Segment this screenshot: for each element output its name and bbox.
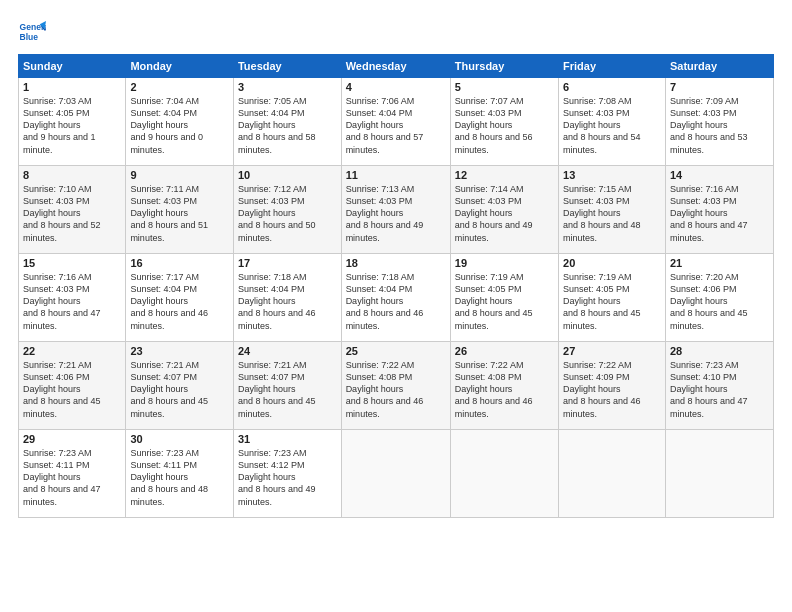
calendar-cell: 12 Sunrise: 7:14 AM Sunset: 4:03 PM Dayl…: [450, 166, 558, 254]
calendar-cell: 11 Sunrise: 7:13 AM Sunset: 4:03 PM Dayl…: [341, 166, 450, 254]
calendar-cell: 22 Sunrise: 7:21 AM Sunset: 4:06 PM Dayl…: [19, 342, 126, 430]
calendar-cell: 26 Sunrise: 7:22 AM Sunset: 4:08 PM Dayl…: [450, 342, 558, 430]
day-number: 12: [455, 169, 554, 181]
col-header-friday: Friday: [559, 55, 666, 78]
day-info: Sunrise: 7:23 AM Sunset: 4:10 PM Dayligh…: [670, 359, 769, 420]
day-info: Sunrise: 7:16 AM Sunset: 4:03 PM Dayligh…: [670, 183, 769, 244]
day-number: 11: [346, 169, 446, 181]
calendar-cell: 14 Sunrise: 7:16 AM Sunset: 4:03 PM Dayl…: [665, 166, 773, 254]
day-number: 3: [238, 81, 337, 93]
day-number: 17: [238, 257, 337, 269]
day-number: 10: [238, 169, 337, 181]
calendar-cell: 30 Sunrise: 7:23 AM Sunset: 4:11 PM Dayl…: [126, 430, 234, 518]
calendar-cell: 31 Sunrise: 7:23 AM Sunset: 4:12 PM Dayl…: [233, 430, 341, 518]
col-header-sunday: Sunday: [19, 55, 126, 78]
day-number: 4: [346, 81, 446, 93]
day-info: Sunrise: 7:22 AM Sunset: 4:08 PM Dayligh…: [455, 359, 554, 420]
day-info: Sunrise: 7:07 AM Sunset: 4:03 PM Dayligh…: [455, 95, 554, 156]
day-info: Sunrise: 7:04 AM Sunset: 4:04 PM Dayligh…: [130, 95, 229, 156]
day-number: 9: [130, 169, 229, 181]
day-info: Sunrise: 7:03 AM Sunset: 4:05 PM Dayligh…: [23, 95, 121, 156]
calendar-cell: 5 Sunrise: 7:07 AM Sunset: 4:03 PM Dayli…: [450, 78, 558, 166]
day-info: Sunrise: 7:21 AM Sunset: 4:06 PM Dayligh…: [23, 359, 121, 420]
calendar-table: SundayMondayTuesdayWednesdayThursdayFrid…: [18, 54, 774, 518]
day-number: 7: [670, 81, 769, 93]
calendar-cell: 8 Sunrise: 7:10 AM Sunset: 4:03 PM Dayli…: [19, 166, 126, 254]
day-number: 6: [563, 81, 661, 93]
calendar-cell: 27 Sunrise: 7:22 AM Sunset: 4:09 PM Dayl…: [559, 342, 666, 430]
calendar-cell: 20 Sunrise: 7:19 AM Sunset: 4:05 PM Dayl…: [559, 254, 666, 342]
day-info: Sunrise: 7:20 AM Sunset: 4:06 PM Dayligh…: [670, 271, 769, 332]
day-number: 30: [130, 433, 229, 445]
calendar-cell: 3 Sunrise: 7:05 AM Sunset: 4:04 PM Dayli…: [233, 78, 341, 166]
calendar-cell: 2 Sunrise: 7:04 AM Sunset: 4:04 PM Dayli…: [126, 78, 234, 166]
calendar-week-3: 15 Sunrise: 7:16 AM Sunset: 4:03 PM Dayl…: [19, 254, 774, 342]
calendar-cell: 6 Sunrise: 7:08 AM Sunset: 4:03 PM Dayli…: [559, 78, 666, 166]
day-info: Sunrise: 7:14 AM Sunset: 4:03 PM Dayligh…: [455, 183, 554, 244]
day-info: Sunrise: 7:09 AM Sunset: 4:03 PM Dayligh…: [670, 95, 769, 156]
calendar-cell: 23 Sunrise: 7:21 AM Sunset: 4:07 PM Dayl…: [126, 342, 234, 430]
day-info: Sunrise: 7:23 AM Sunset: 4:11 PM Dayligh…: [130, 447, 229, 508]
day-number: 16: [130, 257, 229, 269]
calendar-cell: 19 Sunrise: 7:19 AM Sunset: 4:05 PM Dayl…: [450, 254, 558, 342]
day-number: 20: [563, 257, 661, 269]
day-number: 24: [238, 345, 337, 357]
calendar-week-1: 1 Sunrise: 7:03 AM Sunset: 4:05 PM Dayli…: [19, 78, 774, 166]
calendar-cell: [665, 430, 773, 518]
day-number: 28: [670, 345, 769, 357]
day-info: Sunrise: 7:19 AM Sunset: 4:05 PM Dayligh…: [455, 271, 554, 332]
calendar-cell: 25 Sunrise: 7:22 AM Sunset: 4:08 PM Dayl…: [341, 342, 450, 430]
calendar-cell: 17 Sunrise: 7:18 AM Sunset: 4:04 PM Dayl…: [233, 254, 341, 342]
col-header-thursday: Thursday: [450, 55, 558, 78]
calendar-week-4: 22 Sunrise: 7:21 AM Sunset: 4:06 PM Dayl…: [19, 342, 774, 430]
calendar-cell: 16 Sunrise: 7:17 AM Sunset: 4:04 PM Dayl…: [126, 254, 234, 342]
day-number: 25: [346, 345, 446, 357]
calendar-cell: 18 Sunrise: 7:18 AM Sunset: 4:04 PM Dayl…: [341, 254, 450, 342]
day-number: 13: [563, 169, 661, 181]
day-info: Sunrise: 7:18 AM Sunset: 4:04 PM Dayligh…: [238, 271, 337, 332]
calendar-header-row: SundayMondayTuesdayWednesdayThursdayFrid…: [19, 55, 774, 78]
day-info: Sunrise: 7:18 AM Sunset: 4:04 PM Dayligh…: [346, 271, 446, 332]
calendar-cell: 1 Sunrise: 7:03 AM Sunset: 4:05 PM Dayli…: [19, 78, 126, 166]
day-info: Sunrise: 7:17 AM Sunset: 4:04 PM Dayligh…: [130, 271, 229, 332]
calendar-week-2: 8 Sunrise: 7:10 AM Sunset: 4:03 PM Dayli…: [19, 166, 774, 254]
day-number: 15: [23, 257, 121, 269]
day-number: 22: [23, 345, 121, 357]
header: General Blue: [18, 18, 774, 46]
calendar-cell: 13 Sunrise: 7:15 AM Sunset: 4:03 PM Dayl…: [559, 166, 666, 254]
day-number: 8: [23, 169, 121, 181]
calendar-week-5: 29 Sunrise: 7:23 AM Sunset: 4:11 PM Dayl…: [19, 430, 774, 518]
day-info: Sunrise: 7:13 AM Sunset: 4:03 PM Dayligh…: [346, 183, 446, 244]
calendar-cell: [341, 430, 450, 518]
day-info: Sunrise: 7:22 AM Sunset: 4:08 PM Dayligh…: [346, 359, 446, 420]
day-info: Sunrise: 7:12 AM Sunset: 4:03 PM Dayligh…: [238, 183, 337, 244]
day-info: Sunrise: 7:21 AM Sunset: 4:07 PM Dayligh…: [238, 359, 337, 420]
day-info: Sunrise: 7:16 AM Sunset: 4:03 PM Dayligh…: [23, 271, 121, 332]
calendar-cell: 29 Sunrise: 7:23 AM Sunset: 4:11 PM Dayl…: [19, 430, 126, 518]
day-number: 2: [130, 81, 229, 93]
day-info: Sunrise: 7:08 AM Sunset: 4:03 PM Dayligh…: [563, 95, 661, 156]
day-info: Sunrise: 7:15 AM Sunset: 4:03 PM Dayligh…: [563, 183, 661, 244]
svg-text:Blue: Blue: [20, 32, 39, 42]
day-number: 26: [455, 345, 554, 357]
day-info: Sunrise: 7:05 AM Sunset: 4:04 PM Dayligh…: [238, 95, 337, 156]
logo: General Blue: [18, 18, 50, 46]
calendar-cell: 24 Sunrise: 7:21 AM Sunset: 4:07 PM Dayl…: [233, 342, 341, 430]
calendar-cell: 4 Sunrise: 7:06 AM Sunset: 4:04 PM Dayli…: [341, 78, 450, 166]
calendar-cell: [450, 430, 558, 518]
col-header-saturday: Saturday: [665, 55, 773, 78]
col-header-monday: Monday: [126, 55, 234, 78]
day-info: Sunrise: 7:23 AM Sunset: 4:11 PM Dayligh…: [23, 447, 121, 508]
calendar-cell: 10 Sunrise: 7:12 AM Sunset: 4:03 PM Dayl…: [233, 166, 341, 254]
day-info: Sunrise: 7:11 AM Sunset: 4:03 PM Dayligh…: [130, 183, 229, 244]
logo-icon: General Blue: [18, 18, 46, 46]
day-number: 23: [130, 345, 229, 357]
day-info: Sunrise: 7:22 AM Sunset: 4:09 PM Dayligh…: [563, 359, 661, 420]
day-number: 21: [670, 257, 769, 269]
day-info: Sunrise: 7:19 AM Sunset: 4:05 PM Dayligh…: [563, 271, 661, 332]
calendar-cell: 7 Sunrise: 7:09 AM Sunset: 4:03 PM Dayli…: [665, 78, 773, 166]
calendar-cell: [559, 430, 666, 518]
col-header-tuesday: Tuesday: [233, 55, 341, 78]
day-number: 18: [346, 257, 446, 269]
day-number: 14: [670, 169, 769, 181]
